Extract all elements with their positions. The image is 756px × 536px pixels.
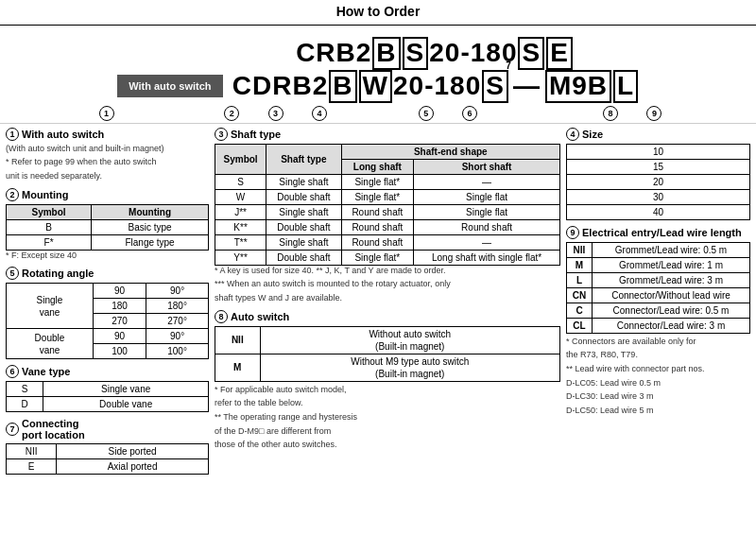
section8-note5: those of the other auto switches. bbox=[215, 440, 560, 451]
section7-block: 7 Connectingport location NII Side porte… bbox=[6, 418, 209, 475]
model2-row: With auto switch CDRB2 B W 20 - 180 S 7 … bbox=[117, 70, 639, 103]
double-90-val: 90 bbox=[93, 329, 146, 344]
section7-label: Connectingport location bbox=[22, 418, 85, 441]
model2-dash: - bbox=[424, 71, 434, 101]
page-wrapper: How to Order CRB2 B S 20 - 180 S E With … bbox=[0, 0, 756, 484]
section3-block: 3 Shaft type Symbol Shaft type Shaft-end… bbox=[215, 128, 560, 304]
section9-label: Electrical entry/Lead wire length bbox=[582, 227, 742, 238]
section4-block: 4 Size 10 15 20 30 40 bbox=[566, 128, 750, 220]
section5-label: Rotating angle bbox=[22, 268, 94, 279]
table-row: 40 bbox=[567, 204, 750, 219]
elec-c-desc: Connector/Lead wire: 0.5 m bbox=[593, 303, 750, 318]
shaft-w-short: Single flat bbox=[414, 189, 560, 204]
section1-label: With auto switch bbox=[22, 129, 104, 140]
shaft-table-wrap: Symbol Shaft type Shaft-end shape Long s… bbox=[215, 144, 560, 266]
auto-switch-table: NII Without auto switch(Built-in magnet)… bbox=[215, 326, 560, 382]
section8-title: 8 Auto switch bbox=[215, 310, 560, 323]
section6-block: 6 Vane type S Single vane D Double vane bbox=[6, 365, 209, 412]
model2-prefix: CDRB2 bbox=[232, 71, 328, 101]
model2-box-m9b: M9B bbox=[545, 70, 611, 103]
section8-note2: refer to the table below. bbox=[215, 398, 560, 409]
section9-num: 9 bbox=[566, 226, 579, 239]
size-table: 10 15 20 30 40 bbox=[566, 144, 750, 220]
vane-s-type: Single vane bbox=[43, 382, 209, 397]
table-row: CL Connector/Lead wire: 3 m bbox=[567, 318, 750, 333]
section9-note1: * Connectors are available only for bbox=[566, 337, 750, 348]
shaft-col-type: Shaft type bbox=[266, 144, 341, 174]
table-row: S Single shaft Single flat* — bbox=[215, 174, 560, 189]
double-vane-label: Doublevane bbox=[7, 329, 94, 359]
double-90-deg: 90° bbox=[146, 329, 209, 344]
superscript-7: 7 bbox=[506, 61, 512, 71]
vane-s-sym: S bbox=[7, 382, 43, 397]
model2-angle: 180 bbox=[434, 71, 481, 101]
table-row: T** Single shaft Round shaft — bbox=[215, 234, 560, 250]
double-100-val: 100 bbox=[93, 344, 146, 359]
model1-prefix: CRB2 bbox=[296, 38, 371, 68]
table-row: J** Single shaft Round shaft Single flat bbox=[215, 204, 560, 219]
table-row: K** Double shaft Round shaft Round shaft bbox=[215, 219, 560, 234]
double-100-deg: 100° bbox=[146, 344, 209, 359]
section3-note2: *** When an auto switch is mounted to th… bbox=[215, 279, 560, 290]
elec-nii-desc: Grommet/Lead wire: 0.5 m bbox=[593, 242, 750, 257]
model2-code: CDRB2 B W 20 - 180 S 7 — M9B L bbox=[232, 70, 639, 103]
elec-c-sym: C bbox=[567, 303, 593, 318]
table-row: Singlevane 90 90° bbox=[7, 284, 209, 299]
section6-label: Vane type bbox=[22, 366, 70, 377]
port-e-type: Axial ported bbox=[57, 459, 209, 475]
marker-2: 2 bbox=[224, 106, 239, 121]
middle-column: 3 Shaft type Symbol Shaft type Shaft-end… bbox=[215, 128, 560, 481]
model1-num: 20 bbox=[429, 38, 460, 68]
section3-note1: * A key is used for size 40. ** J, K, T … bbox=[215, 266, 560, 277]
as-m-desc: Without M9 type auto switch(Built-in mag… bbox=[260, 354, 559, 381]
port-e-sym: E bbox=[7, 459, 57, 475]
elec-cn-sym: CN bbox=[567, 287, 593, 303]
table-row: 10 bbox=[567, 144, 750, 159]
section9-block: 9 Electrical entry/Lead wire length NII … bbox=[566, 226, 750, 417]
model2-box-s: S 7 bbox=[482, 70, 508, 103]
model1-box-s2: S bbox=[518, 37, 544, 70]
electrical-table: NII Grommet/Lead wire: 0.5 m M Grommet/L… bbox=[566, 242, 750, 334]
section1-note2: * Refer to page 99 when the auto switch bbox=[6, 157, 209, 168]
section1-title: 1 With auto switch bbox=[6, 128, 209, 141]
section8-note1: * For applicable auto switch model, bbox=[215, 385, 560, 396]
shaft-k-sym: K** bbox=[215, 219, 266, 234]
table-row: M Without M9 type auto switch(Built-in m… bbox=[215, 354, 560, 381]
mounting-b-type: Basic type bbox=[92, 219, 209, 234]
marker-6: 6 bbox=[462, 106, 477, 121]
right-column: 4 Size 10 15 20 30 40 9 Electr bbox=[566, 128, 750, 481]
section8-block: 8 Auto switch NII Without auto switch(Bu… bbox=[215, 310, 560, 451]
as-nii-desc: Without auto switch(Built-in magnet) bbox=[260, 326, 559, 354]
shaft-y-short: Long shaft with single flat* bbox=[414, 250, 560, 265]
section1-note1: (With auto switch unit and built-in magn… bbox=[6, 144, 209, 155]
marker-3: 3 bbox=[268, 106, 284, 121]
section3-label: Shaft type bbox=[231, 129, 281, 140]
section9-note6: D-LC50: Lead wire 5 m bbox=[566, 406, 750, 417]
elec-cn-desc: Connector/Without lead wire bbox=[593, 287, 750, 303]
shaft-col-short: Short shaft bbox=[414, 159, 560, 174]
vane-d-type: Double vane bbox=[43, 397, 209, 412]
section7-num: 7 bbox=[6, 423, 19, 436]
shaft-k-long: Round shaft bbox=[341, 219, 414, 234]
table-row: M Grommet/Lead wire: 1 m bbox=[567, 257, 750, 272]
single-vane-label: Singlevane bbox=[7, 284, 94, 329]
vane-d-sym: D bbox=[7, 397, 43, 412]
section2-block: 2 Mounting Symbol Mounting B Basic type bbox=[6, 188, 209, 262]
section1-num: 1 bbox=[6, 128, 19, 141]
model1-box-b: B bbox=[372, 37, 400, 70]
shaft-w-long: Single flat* bbox=[341, 189, 414, 204]
section7-title: 7 Connectingport location bbox=[6, 418, 209, 441]
model1-box-e: E bbox=[546, 37, 573, 70]
section2-note: * F: Except size 40 bbox=[6, 251, 209, 262]
table-row: B Basic type bbox=[7, 219, 209, 234]
mounting-f-type: Flange type bbox=[92, 234, 209, 250]
marker-8: 8 bbox=[603, 106, 618, 121]
marker-9: 9 bbox=[646, 106, 662, 121]
model1-dash: - bbox=[460, 38, 470, 68]
marker-4: 4 bbox=[312, 106, 327, 121]
table-row: S Single vane bbox=[7, 382, 209, 397]
single-90-val: 90 bbox=[93, 284, 146, 299]
elec-l-sym: L bbox=[567, 272, 593, 287]
shaft-table: Symbol Shaft type Shaft-end shape Long s… bbox=[215, 144, 560, 266]
table-row: W Double shaft Single flat* Single flat bbox=[215, 189, 560, 204]
